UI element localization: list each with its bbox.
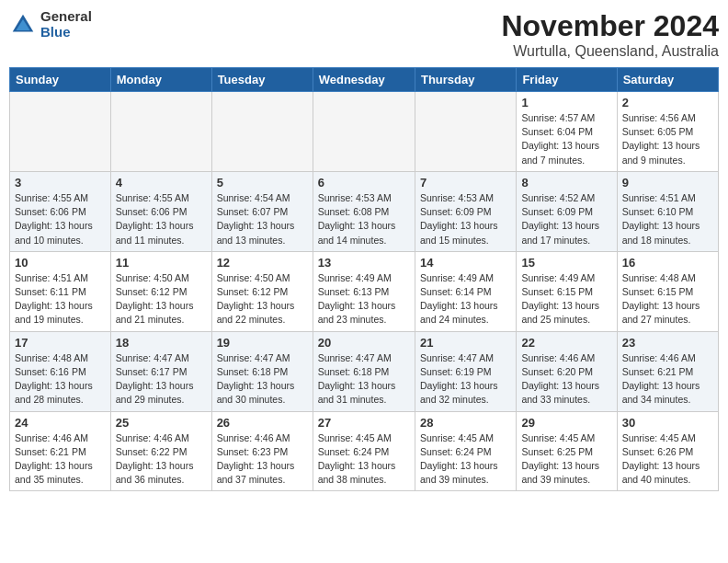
day-info: Sunrise: 4:57 AM Sunset: 6:04 PM Dayligh… xyxy=(521,111,611,167)
calendar-cell: 16Sunrise: 4:48 AM Sunset: 6:15 PM Dayli… xyxy=(617,251,718,331)
day-number: 30 xyxy=(622,416,713,430)
day-info: Sunrise: 4:48 AM Sunset: 6:15 PM Dayligh… xyxy=(622,271,713,327)
day-number: 14 xyxy=(420,256,511,270)
day-info: Sunrise: 4:51 AM Sunset: 6:10 PM Dayligh… xyxy=(622,191,713,247)
calendar-cell: 4Sunrise: 4:55 AM Sunset: 6:06 PM Daylig… xyxy=(110,171,211,251)
weekday-header-saturday: Saturday xyxy=(617,68,718,92)
calendar-cell: 25Sunrise: 4:46 AM Sunset: 6:22 PM Dayli… xyxy=(110,411,211,491)
day-number: 23 xyxy=(622,336,713,350)
day-number: 16 xyxy=(622,256,713,270)
calendar-cell: 21Sunrise: 4:47 AM Sunset: 6:19 PM Dayli… xyxy=(415,331,516,411)
day-number: 10 xyxy=(15,256,106,270)
day-number: 22 xyxy=(521,336,611,350)
day-info: Sunrise: 4:47 AM Sunset: 6:19 PM Dayligh… xyxy=(420,351,511,408)
calendar-cell: 29Sunrise: 4:45 AM Sunset: 6:25 PM Dayli… xyxy=(517,411,617,491)
calendar-cell: 23Sunrise: 4:46 AM Sunset: 6:21 PM Dayli… xyxy=(617,331,718,411)
day-info: Sunrise: 4:46 AM Sunset: 6:21 PM Dayligh… xyxy=(15,431,106,488)
calendar-cell: 22Sunrise: 4:46 AM Sunset: 6:20 PM Dayli… xyxy=(517,331,617,411)
calendar-cell: 30Sunrise: 4:45 AM Sunset: 6:26 PM Dayli… xyxy=(617,411,718,491)
calendar-week-row: 24Sunrise: 4:46 AM Sunset: 6:21 PM Dayli… xyxy=(10,411,719,491)
day-number: 4 xyxy=(116,176,207,190)
day-info: Sunrise: 4:45 AM Sunset: 6:26 PM Dayligh… xyxy=(622,431,713,488)
calendar-cell: 2Sunrise: 4:56 AM Sunset: 6:05 PM Daylig… xyxy=(617,92,718,172)
calendar-cell: 28Sunrise: 4:45 AM Sunset: 6:24 PM Dayli… xyxy=(415,411,516,491)
day-number: 13 xyxy=(318,256,410,270)
weekday-header-wednesday: Wednesday xyxy=(313,68,415,92)
calendar-cell: 1Sunrise: 4:57 AM Sunset: 6:04 PM Daylig… xyxy=(517,92,617,172)
logo-general-text: General xyxy=(40,9,92,25)
day-number: 26 xyxy=(217,416,308,430)
calendar-cell: 13Sunrise: 4:49 AM Sunset: 6:13 PM Dayli… xyxy=(313,251,415,331)
calendar-cell: 24Sunrise: 4:46 AM Sunset: 6:21 PM Dayli… xyxy=(10,411,111,491)
day-info: Sunrise: 4:47 AM Sunset: 6:18 PM Dayligh… xyxy=(217,351,308,408)
day-number: 24 xyxy=(15,416,106,430)
calendar-cell: 15Sunrise: 4:49 AM Sunset: 6:15 PM Dayli… xyxy=(517,251,617,331)
logo: General Blue xyxy=(9,9,92,40)
day-number: 18 xyxy=(116,336,207,350)
day-number: 28 xyxy=(420,416,511,430)
calendar-week-row: 3Sunrise: 4:55 AM Sunset: 6:06 PM Daylig… xyxy=(10,171,719,251)
day-info: Sunrise: 4:46 AM Sunset: 6:22 PM Dayligh… xyxy=(116,431,207,488)
day-number: 8 xyxy=(521,176,611,190)
day-number: 2 xyxy=(622,96,713,109)
month-title: November 2024 xyxy=(501,9,719,43)
day-info: Sunrise: 4:46 AM Sunset: 6:20 PM Dayligh… xyxy=(521,351,611,408)
day-info: Sunrise: 4:55 AM Sunset: 6:06 PM Dayligh… xyxy=(116,191,207,247)
day-number: 27 xyxy=(318,416,410,430)
day-number: 3 xyxy=(15,176,106,190)
calendar-cell xyxy=(415,92,516,172)
calendar-cell: 7Sunrise: 4:53 AM Sunset: 6:09 PM Daylig… xyxy=(415,171,516,251)
day-number: 5 xyxy=(217,176,308,190)
calendar-cell xyxy=(313,92,415,172)
day-info: Sunrise: 4:54 AM Sunset: 6:07 PM Dayligh… xyxy=(217,191,308,247)
day-number: 19 xyxy=(217,336,308,350)
logo-text: General Blue xyxy=(40,9,92,40)
calendar-cell: 10Sunrise: 4:51 AM Sunset: 6:11 PM Dayli… xyxy=(10,251,111,331)
calendar-cell xyxy=(10,92,111,172)
day-number: 11 xyxy=(116,256,207,270)
calendar-cell: 18Sunrise: 4:47 AM Sunset: 6:17 PM Dayli… xyxy=(110,331,211,411)
calendar-cell: 17Sunrise: 4:48 AM Sunset: 6:16 PM Dayli… xyxy=(10,331,111,411)
calendar-cell: 5Sunrise: 4:54 AM Sunset: 6:07 PM Daylig… xyxy=(211,171,313,251)
day-info: Sunrise: 4:45 AM Sunset: 6:24 PM Dayligh… xyxy=(318,431,410,488)
calendar-cell: 6Sunrise: 4:53 AM Sunset: 6:08 PM Daylig… xyxy=(313,171,415,251)
day-info: Sunrise: 4:46 AM Sunset: 6:23 PM Dayligh… xyxy=(217,431,308,488)
calendar-cell: 19Sunrise: 4:47 AM Sunset: 6:18 PM Dayli… xyxy=(211,331,313,411)
calendar-cell: 11Sunrise: 4:50 AM Sunset: 6:12 PM Dayli… xyxy=(110,251,211,331)
day-info: Sunrise: 4:45 AM Sunset: 6:25 PM Dayligh… xyxy=(521,431,611,488)
day-info: Sunrise: 4:56 AM Sunset: 6:05 PM Dayligh… xyxy=(622,111,713,167)
weekday-header-thursday: Thursday xyxy=(415,68,516,92)
calendar-cell: 14Sunrise: 4:49 AM Sunset: 6:14 PM Dayli… xyxy=(415,251,516,331)
day-number: 17 xyxy=(15,336,106,350)
day-info: Sunrise: 4:49 AM Sunset: 6:14 PM Dayligh… xyxy=(420,271,511,327)
calendar-cell: 8Sunrise: 4:52 AM Sunset: 6:09 PM Daylig… xyxy=(517,171,617,251)
day-info: Sunrise: 4:52 AM Sunset: 6:09 PM Dayligh… xyxy=(521,191,611,247)
day-info: Sunrise: 4:47 AM Sunset: 6:17 PM Dayligh… xyxy=(116,351,207,408)
day-number: 7 xyxy=(420,176,511,190)
calendar-cell: 3Sunrise: 4:55 AM Sunset: 6:06 PM Daylig… xyxy=(10,171,111,251)
day-info: Sunrise: 4:47 AM Sunset: 6:18 PM Dayligh… xyxy=(318,351,410,408)
day-info: Sunrise: 4:53 AM Sunset: 6:08 PM Dayligh… xyxy=(318,191,410,247)
calendar-table: SundayMondayTuesdayWednesdayThursdayFrid… xyxy=(9,67,719,491)
day-number: 20 xyxy=(318,336,410,350)
weekday-header-friday: Friday xyxy=(517,68,617,92)
calendar-week-row: 10Sunrise: 4:51 AM Sunset: 6:11 PM Dayli… xyxy=(10,251,719,331)
title-area: November 2024 Wurtulla, Queensland, Aust… xyxy=(501,9,719,60)
calendar-cell: 20Sunrise: 4:47 AM Sunset: 6:18 PM Dayli… xyxy=(313,331,415,411)
day-info: Sunrise: 4:46 AM Sunset: 6:21 PM Dayligh… xyxy=(622,351,713,408)
day-number: 9 xyxy=(622,176,713,190)
logo-icon xyxy=(9,11,37,39)
weekday-header-monday: Monday xyxy=(110,68,211,92)
day-info: Sunrise: 4:53 AM Sunset: 6:09 PM Dayligh… xyxy=(420,191,511,247)
day-number: 12 xyxy=(217,256,308,270)
calendar-cell: 12Sunrise: 4:50 AM Sunset: 6:12 PM Dayli… xyxy=(211,251,313,331)
day-info: Sunrise: 4:50 AM Sunset: 6:12 PM Dayligh… xyxy=(217,271,308,327)
day-number: 1 xyxy=(521,96,611,109)
day-info: Sunrise: 4:49 AM Sunset: 6:15 PM Dayligh… xyxy=(521,271,611,327)
day-info: Sunrise: 4:50 AM Sunset: 6:12 PM Dayligh… xyxy=(116,271,207,327)
weekday-header-tuesday: Tuesday xyxy=(211,68,313,92)
day-info: Sunrise: 4:45 AM Sunset: 6:24 PM Dayligh… xyxy=(420,431,511,488)
day-info: Sunrise: 4:51 AM Sunset: 6:11 PM Dayligh… xyxy=(15,271,106,327)
weekday-header-sunday: Sunday xyxy=(10,68,111,92)
weekday-header-row: SundayMondayTuesdayWednesdayThursdayFrid… xyxy=(10,68,719,92)
